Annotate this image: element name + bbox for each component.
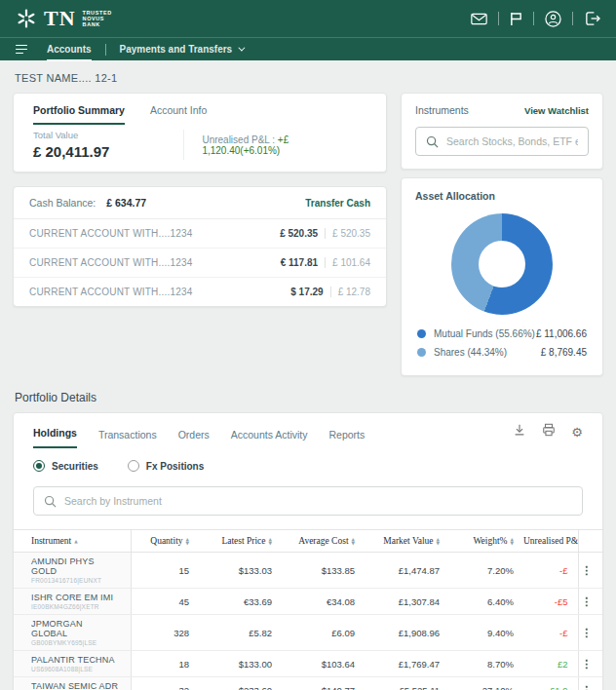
radio-icon xyxy=(128,460,139,472)
account-row[interactable]: CURRENT ACCOUNT WITH....1234 € 117.81 £ … xyxy=(14,249,386,278)
sort-asc-icon: ▲▼ xyxy=(74,540,77,544)
asset-allocation-title: Asset Allocation xyxy=(415,190,589,202)
account-row[interactable]: CURRENT ACCOUNT WITH....1234 $ 17.29 £ 1… xyxy=(14,278,386,306)
row-menu-icon[interactable]: ⋮ xyxy=(581,684,592,690)
average-cost-cell: $133.85 xyxy=(282,553,365,589)
legend-item: Shares (44.34%) £ 8,769.45 xyxy=(415,343,589,362)
row-menu-icon[interactable]: ⋮ xyxy=(581,564,592,576)
main-nav: Accounts Payments and Transfers xyxy=(0,37,616,60)
flag-icon[interactable] xyxy=(510,12,522,26)
unrealised-pnl-cell: -£5 xyxy=(523,589,578,615)
download-icon[interactable] xyxy=(513,423,526,441)
instrument-code: US69608A1088|LSE xyxy=(31,666,121,672)
instrument-name: ISHR CORE EM IMI xyxy=(31,593,121,602)
logo-initials: TN xyxy=(44,6,76,31)
weight-cell: 27.10% xyxy=(449,677,523,690)
column-header-unrealised-pnl[interactable]: Unrealised P&L xyxy=(523,530,578,553)
holding-row[interactable]: PALANTIR TECHNAUS69608A1088|LSE 18 $133.… xyxy=(14,651,603,677)
nav-item-accounts[interactable]: Accounts xyxy=(47,38,92,61)
instrument-name: TAIWAN SEMIC ADR xyxy=(31,681,121,690)
instrument-code: GB00BYMKY695|LSE xyxy=(31,639,121,646)
top-bar: TN TRUSTED NOVUS BANK xyxy=(0,0,616,37)
latest-price-cell: £5.82 xyxy=(199,615,282,651)
quantity-cell: 45 xyxy=(131,589,199,615)
cash-balance-value: £ 634.77 xyxy=(106,197,146,209)
column-header-average-cost[interactable]: Average Cost▲▼ xyxy=(282,530,365,553)
sort-icon: ▲▼ xyxy=(511,538,514,546)
holding-row[interactable]: JPMORGAN GLOBALGB00BYMKY695|LSE 328 £5.8… xyxy=(14,615,603,651)
total-value-label: Total Value xyxy=(33,130,183,140)
quantity-cell: 15 xyxy=(131,553,199,589)
radio-icon xyxy=(33,460,45,472)
search-icon xyxy=(426,135,439,148)
asset-allocation-card: Asset Allocation Mutual Funds (55.66%) £… xyxy=(401,177,603,376)
column-header-instrument[interactable]: Instrument▲▼ xyxy=(14,530,131,553)
logout-icon[interactable] xyxy=(584,11,600,26)
account-name: CURRENT ACCOUNT WITH....1234 xyxy=(29,228,192,239)
account-amount-converted: £ 520.35 xyxy=(332,228,370,239)
average-cost-cell: €34.08 xyxy=(282,589,365,615)
latest-price-cell: €33.69 xyxy=(199,589,282,615)
amount-separator xyxy=(325,257,326,268)
portfolio-details-card: Holdings Transactions Orders Accounts Ac… xyxy=(13,412,603,690)
tab-portfolio-summary[interactable]: Portfolio Summary xyxy=(33,94,125,125)
column-header-weight[interactable]: Weight%▲▼ xyxy=(449,530,523,553)
column-header-market-value[interactable]: Market Value▲▼ xyxy=(365,530,449,553)
chevron-down-icon xyxy=(239,45,246,52)
market-value-cell: £1,474.87 xyxy=(365,553,449,589)
row-menu-icon[interactable]: ⋮ xyxy=(581,627,592,638)
settings-gear-icon[interactable]: ⚙ xyxy=(571,426,583,439)
radio-securities[interactable]: Securities xyxy=(33,460,98,472)
account-row[interactable]: CURRENT ACCOUNT WITH....1234 £ 520.35 £ … xyxy=(14,219,386,249)
radio-fx-positions[interactable]: Fx Positions xyxy=(128,460,204,472)
sort-icon: ▲▼ xyxy=(269,538,272,546)
profile-icon[interactable] xyxy=(545,11,561,27)
tab-holdings[interactable]: Holdings xyxy=(33,427,77,448)
holding-row[interactable]: AMUNDI PHYS GOLDFR0013416716|EUNXT 15 $1… xyxy=(14,553,603,589)
legend-dot-mutual-funds xyxy=(417,329,426,338)
market-value-cell: £1,769.47 xyxy=(365,651,449,677)
legend-label: Mutual Funds (55.66%) xyxy=(434,328,536,339)
total-value: £ 20,411.97 xyxy=(33,143,183,160)
account-name: CURRENT ACCOUNT WITH....1234 xyxy=(29,287,192,297)
print-icon[interactable] xyxy=(542,423,556,441)
search-icon xyxy=(44,495,57,508)
holdings-search-input[interactable] xyxy=(64,495,572,507)
instrument-search-input[interactable] xyxy=(446,135,578,147)
account-amount: £ 520.35 xyxy=(280,228,318,239)
nav-item-payments-transfers[interactable]: Payments and Transfers xyxy=(120,38,244,61)
latest-price-cell: $233.60 xyxy=(199,677,282,690)
account-amount: € 117.81 xyxy=(281,257,318,268)
header-separator xyxy=(572,12,573,25)
column-header-quantity[interactable]: Quantity▲▼ xyxy=(131,530,199,553)
legend-dot-shares xyxy=(417,348,426,357)
tab-account-info[interactable]: Account Info xyxy=(150,94,207,125)
amount-separator xyxy=(325,228,326,239)
logo-brand-text: TRUSTED NOVUS BANK xyxy=(83,10,112,27)
tab-reports[interactable]: Reports xyxy=(329,429,366,448)
unrealised-pnl-label: Unrealised P&L : xyxy=(202,134,275,145)
unrealised-pnl-cell: £2 xyxy=(523,651,578,677)
holding-row[interactable]: ISHR CORE EM IMIIE00BKM4GZ66|XETR 45 €33… xyxy=(14,589,603,615)
tab-orders[interactable]: Orders xyxy=(178,429,210,448)
transfer-cash-link[interactable]: Transfer Cash xyxy=(305,198,370,209)
tab-accounts-activity[interactable]: Accounts Activity xyxy=(231,429,308,448)
hamburger-menu-icon[interactable] xyxy=(16,45,27,55)
legend-item: Mutual Funds (55.66%) £ 11,006.66 xyxy=(415,325,589,343)
instruments-title: Instruments xyxy=(415,104,469,116)
mail-icon[interactable] xyxy=(471,13,487,25)
cash-balance-card: Cash Balance: £ 634.77 Transfer Cash CUR… xyxy=(13,186,387,307)
header-separator xyxy=(533,12,534,25)
quantity-cell: 18 xyxy=(131,651,199,677)
column-header-latest-price[interactable]: Latest Price▲▼ xyxy=(199,530,282,553)
row-menu-icon[interactable]: ⋮ xyxy=(581,658,592,670)
account-amount: $ 17.29 xyxy=(290,287,323,297)
view-watchlist-link[interactable]: View Watchlist xyxy=(524,105,589,116)
account-name: CURRENT ACCOUNT WITH....1234 xyxy=(29,257,192,268)
asset-allocation-donut xyxy=(451,213,553,315)
row-menu-icon[interactable]: ⋮ xyxy=(581,595,592,607)
portfolio-summary-card: Portfolio Summary Account Info Total Val… xyxy=(13,93,387,172)
holding-row[interactable]: TAIWAN SEMIC ADRUS8740391003|NYSE 32 $23… xyxy=(14,677,603,690)
tab-transactions[interactable]: Transactions xyxy=(98,429,157,448)
instrument-name: JPMORGAN GLOBAL xyxy=(31,619,121,638)
